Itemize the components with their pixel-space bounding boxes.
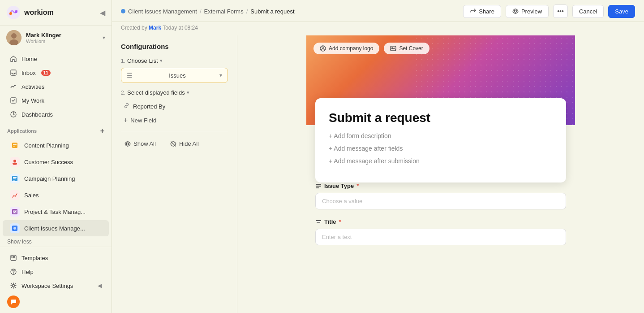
sidebar-item-activities[interactable]: Activities	[3, 80, 109, 93]
creator-bar: Created by Mark Today at 08:24	[112, 22, 644, 35]
sidebar-collapse-button[interactable]: ◀	[100, 9, 105, 17]
workspace-collapse-icon: ◀	[98, 283, 102, 289]
field-item-label: Reported By	[133, 103, 165, 110]
breadcrumb-separator: /	[200, 8, 202, 15]
field-item-reported-by[interactable]: Reported By	[121, 100, 228, 113]
app-icon-project-task	[10, 207, 20, 217]
title-field-label: Title*	[315, 218, 566, 225]
title-text-input[interactable]: Enter a text	[315, 229, 566, 245]
app-label: Sales	[24, 192, 39, 199]
app-item-sales[interactable]: Sales	[3, 187, 109, 203]
svg-rect-10	[13, 144, 17, 145]
svg-rect-6	[11, 70, 16, 75]
help-icon	[10, 268, 17, 275]
breadcrumb-separator-2: /	[246, 8, 248, 15]
title-field-icon	[315, 219, 322, 225]
sidebar-item-inbox[interactable]: Inbox 11	[3, 66, 109, 79]
sidebar-bottom: Templates Help Workspace Settings ◀	[0, 247, 112, 313]
app-item-content-planning[interactable]: Content Planning	[3, 137, 109, 153]
config-step1: 1. Choose List ▾ ☰ Issues ▾	[121, 57, 228, 83]
more-options-button[interactable]: •••	[553, 4, 568, 18]
show-less-button[interactable]: Show less	[0, 237, 112, 247]
show-hide-row: Show All Hide All	[121, 137, 228, 151]
list-select[interactable]: ☰ Issues ▾	[121, 68, 228, 83]
svg-point-12	[13, 160, 16, 162]
user-chevron-icon: ▾	[103, 35, 105, 41]
company-logo-icon	[320, 45, 326, 52]
show-all-button[interactable]: Show All	[121, 139, 159, 149]
breadcrumb-item-1: Client Issues Management	[128, 8, 197, 15]
sidebar-item-label: Activities	[21, 83, 44, 90]
app-item-campaign-planning[interactable]: Campaign Planning	[3, 170, 109, 187]
step2-dropdown-arrow: ▾	[187, 90, 189, 96]
add-field-button[interactable]: + New Field	[121, 113, 228, 127]
svg-rect-25	[13, 257, 15, 258]
hide-all-label: Hide All	[179, 140, 199, 147]
sidebar-item-dashboards[interactable]: Dashboards	[3, 108, 109, 121]
preview-icon	[512, 8, 519, 14]
svg-rect-7	[11, 98, 16, 103]
workiom-logo-icon	[6, 5, 21, 20]
svg-point-30	[127, 143, 129, 145]
app-icon-customer-success	[10, 157, 20, 167]
creator-prefix: Created by	[121, 25, 147, 31]
breadcrumb: Client Issues Management / External Form…	[121, 8, 295, 15]
share-button[interactable]: Share	[463, 5, 501, 18]
applications-label: Applications	[7, 128, 37, 134]
cancel-button[interactable]: Cancel	[572, 5, 604, 18]
add-field-label: New Field	[130, 117, 156, 124]
creator-author: Mark	[149, 25, 161, 31]
app-item-project-task[interactable]: Project & Task Manag...	[3, 204, 109, 220]
templates-icon	[10, 254, 17, 261]
sidebar-item-workspace-settings[interactable]: Workspace Settings ◀	[3, 279, 109, 292]
svg-point-2	[15, 10, 17, 13]
svg-rect-17	[13, 180, 15, 181]
sidebar-item-home[interactable]: Home	[3, 52, 109, 65]
topbar-actions: Share Preview ••• Cancel Save	[463, 4, 635, 18]
home-icon	[10, 55, 17, 62]
config-title: Configurations	[121, 43, 228, 50]
svg-point-32	[322, 47, 324, 48]
sidebar-item-label: Dashboards	[21, 111, 53, 118]
dashboards-icon	[10, 111, 17, 118]
hide-all-icon	[170, 141, 176, 147]
hide-all-button[interactable]: Hide All	[167, 139, 202, 149]
sidebar-item-mywork[interactable]: My Work	[3, 94, 109, 107]
save-button[interactable]: Save	[608, 5, 635, 18]
add-message-after-submission-link[interactable]: + Add message after submission	[329, 157, 553, 165]
svg-rect-37	[316, 187, 319, 188]
app-icon-campaign-planning	[10, 174, 20, 183]
chat-bubble[interactable]	[0, 293, 112, 310]
sidebar-item-help[interactable]: Help	[3, 265, 109, 278]
add-description-link[interactable]: + Add form description	[329, 132, 553, 139]
sidebar-item-templates[interactable]: Templates	[3, 251, 109, 265]
add-message-after-fields-link[interactable]: + Add message after fields	[329, 145, 553, 152]
add-application-button[interactable]: +	[100, 127, 104, 135]
app-item-customer-success[interactable]: Customer Success	[3, 154, 109, 170]
apps-list: Content Planning Customer Success Campai…	[0, 137, 112, 237]
app-item-client-issues[interactable]: Client Issues Manage...	[3, 220, 109, 236]
add-company-logo-button[interactable]: Add company logo	[313, 43, 379, 54]
form-field-issue-type: Issue Type* Choose a value	[315, 183, 566, 209]
svg-point-28	[13, 285, 15, 287]
set-cover-icon	[390, 45, 396, 52]
step2-label: 2. Select displayed fields ▾	[121, 89, 228, 96]
issue-type-select[interactable]: Choose a value	[315, 193, 566, 209]
preview-button[interactable]: Preview	[506, 5, 549, 18]
sidebar-item-label: Templates	[21, 255, 48, 261]
sidebar-item-label: Inbox	[21, 70, 36, 76]
svg-point-21	[13, 227, 16, 230]
creator-time: Today at 08:24	[163, 25, 198, 31]
sidebar-logo[interactable]: workiom	[6, 5, 54, 20]
preview-area: Add company logo Set Cover Submit a requ…	[237, 35, 644, 313]
list-field-icon: ☰	[127, 72, 133, 79]
main-content: Client Issues Management / External Form…	[112, 0, 644, 313]
app-icon-client-issues	[10, 223, 20, 233]
set-cover-button[interactable]: Set Cover	[384, 43, 429, 54]
app-icon-sales	[10, 190, 20, 200]
svg-point-29	[514, 10, 516, 13]
list-select-value: Issues	[169, 72, 186, 79]
sidebar-header: workiom ◀	[0, 0, 112, 26]
user-section[interactable]: Mark Klinger Workiom ▾	[0, 26, 112, 50]
app-icon-content-planning	[10, 140, 20, 150]
